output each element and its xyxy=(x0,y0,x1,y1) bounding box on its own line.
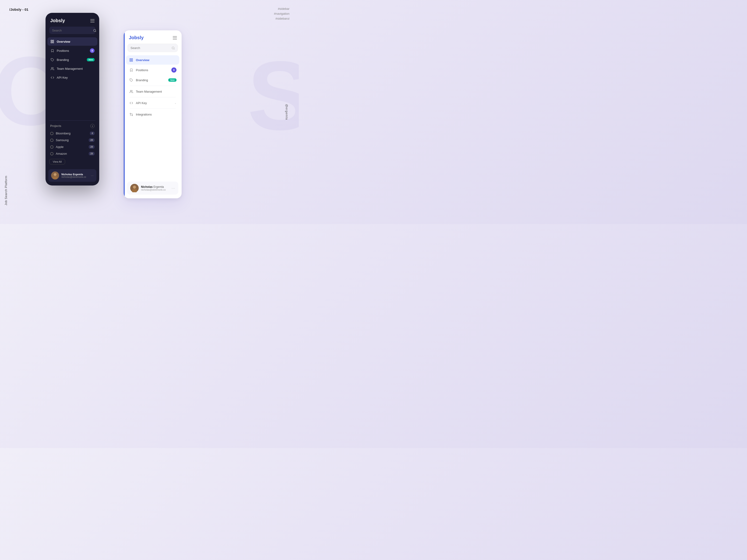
projects-header: Projects + xyxy=(46,123,99,130)
project-count-samsung: 28 xyxy=(89,138,95,142)
branding-badge: New xyxy=(87,58,95,61)
chevron-down-icon: ⌄ xyxy=(174,102,177,105)
light-users-icon xyxy=(129,89,133,94)
user-email: nicholas@steelmonk.co xyxy=(61,176,88,178)
project-name-apple: Apple xyxy=(56,145,89,149)
project-count-apple: 28 xyxy=(89,145,95,149)
search-icon-light xyxy=(172,46,175,50)
light-sidebar-item-integrations[interactable]: Integrations xyxy=(126,110,179,119)
svg-point-7 xyxy=(51,68,53,69)
apikey-label: API Key xyxy=(57,76,95,79)
svg-point-18 xyxy=(130,90,131,91)
dark-user-area: Nicholas Ergemla nicholas@steelmonk.co ·… xyxy=(48,169,96,182)
bg-letter-s: S xyxy=(248,47,299,145)
light-positions-badge: 8 xyxy=(171,68,177,73)
view-all-button[interactable]: View All xyxy=(49,159,65,164)
hashtag-sidebar: #sidebar xyxy=(274,6,290,11)
project-name-bloomberg: Bloomberg xyxy=(56,132,90,135)
light-divider-3 xyxy=(130,108,176,109)
light-user-info: Nicholas Ergemla nicholas@steelmonk.co xyxy=(141,185,169,191)
search-icon xyxy=(93,28,96,32)
positions-label: Positions xyxy=(57,49,90,53)
svg-rect-3 xyxy=(53,40,54,41)
sidebar-item-positions[interactable]: Positions 8 xyxy=(47,46,97,55)
positions-badge: 8 xyxy=(90,48,95,53)
light-search-input[interactable] xyxy=(130,46,170,50)
svg-line-12 xyxy=(174,49,175,50)
project-bloomberg[interactable]: Bloomberg 4 xyxy=(46,130,99,137)
user-more-button[interactable]: ··· xyxy=(91,174,94,177)
overview-label: Overview xyxy=(57,40,95,44)
light-search-bar[interactable] xyxy=(127,44,178,52)
user-info: Nicholas Ergemla nicholas@steelmonk.co xyxy=(61,173,88,178)
light-sidebar-item-team[interactable]: Team Management xyxy=(126,87,179,96)
bookmark-icon xyxy=(50,49,54,53)
light-overview-label: Overview xyxy=(136,58,177,62)
hashtag-sidebarui: #sidebarui xyxy=(274,16,290,21)
light-code-icon xyxy=(129,101,133,105)
light-branding-badge: New xyxy=(168,78,177,82)
light-positions-label: Positions xyxy=(136,69,171,72)
sidebar-item-team[interactable]: Team Management xyxy=(47,64,97,73)
branding-label: Branding xyxy=(57,58,87,61)
svg-rect-16 xyxy=(131,60,133,61)
dark-nav: Overview Positions 8 Branding New xyxy=(46,37,99,118)
dark-logo: Jobsly xyxy=(50,18,65,23)
light-user-name: Nicholas Ergemla xyxy=(141,185,169,189)
light-user-surname: Ergemla xyxy=(153,185,164,189)
light-user-email: nicholas@steelmonk.co xyxy=(141,189,169,191)
project-circle-apple xyxy=(50,145,53,149)
dark-hamburger-button[interactable] xyxy=(91,19,95,22)
project-count-amazon: 28 xyxy=(89,152,95,155)
side-label-platform: Job Search Platform xyxy=(4,176,8,205)
dark-search-bar[interactable] xyxy=(49,27,96,34)
side-label-author: @ergemla xyxy=(285,104,288,120)
svg-rect-4 xyxy=(51,42,52,43)
svg-rect-5 xyxy=(53,42,54,43)
svg-point-9 xyxy=(54,173,56,176)
light-sidebar-item-apikey[interactable]: API Key ⌄ xyxy=(126,98,179,108)
project-name-amazon: Amazon xyxy=(56,152,89,155)
project-apple[interactable]: Apple 28 xyxy=(46,143,99,150)
dark-sidebar: Jobsly Overview xyxy=(46,13,99,186)
light-logo: Jobsly xyxy=(129,35,144,41)
sidebar-item-overview[interactable]: Overview xyxy=(47,37,97,46)
light-tag-icon xyxy=(129,78,133,82)
light-integrations-label: Integrations xyxy=(136,113,177,116)
team-label: Team Management xyxy=(57,67,95,71)
light-avatar xyxy=(130,184,139,192)
svg-rect-14 xyxy=(131,59,133,60)
light-sidebar-item-overview[interactable]: Overview xyxy=(126,55,179,64)
dark-search-input[interactable] xyxy=(52,29,91,32)
project-amazon[interactable]: Amazon 28 xyxy=(46,150,99,157)
hashtag-navigation: #navigation xyxy=(274,11,290,16)
light-sidebar-item-positions[interactable]: Positions 8 xyxy=(126,65,179,75)
svg-rect-2 xyxy=(51,40,52,41)
user-name: Nicholas Ergemla xyxy=(61,173,88,176)
light-header: Jobsly xyxy=(124,30,182,44)
light-user-area: Nicholas Ergemla nicholas@steelmonk.co ·… xyxy=(127,182,178,195)
light-hamburger-button[interactable] xyxy=(173,36,177,39)
tag-icon xyxy=(50,58,54,62)
light-team-label: Team Management xyxy=(136,90,177,93)
svg-line-1 xyxy=(96,31,96,32)
light-nav: Overview Positions 8 Branding New xyxy=(124,55,182,179)
light-user-more-button[interactable]: ··· xyxy=(172,186,175,190)
svg-point-23 xyxy=(133,186,136,189)
code-icon xyxy=(50,75,54,80)
grid-icon xyxy=(50,39,54,44)
project-samsung[interactable]: Samsung 28 xyxy=(46,137,99,143)
light-bookmark-icon xyxy=(129,68,133,72)
dark-header: Jobsly xyxy=(46,13,99,27)
projects-title: Projects xyxy=(50,124,61,128)
light-git-icon xyxy=(129,112,133,117)
project-circle-bloomberg xyxy=(50,132,53,135)
svg-rect-15 xyxy=(130,60,131,61)
add-project-button[interactable]: + xyxy=(91,124,95,128)
sidebar-item-branding[interactable]: Branding New xyxy=(47,56,97,64)
project-name-samsung: Samsung xyxy=(56,138,89,142)
svg-rect-13 xyxy=(130,59,131,60)
light-sidebar-item-branding[interactable]: Branding New xyxy=(126,75,179,85)
sidebar-item-apikey[interactable]: API Key xyxy=(47,73,97,82)
avatar xyxy=(51,171,59,180)
